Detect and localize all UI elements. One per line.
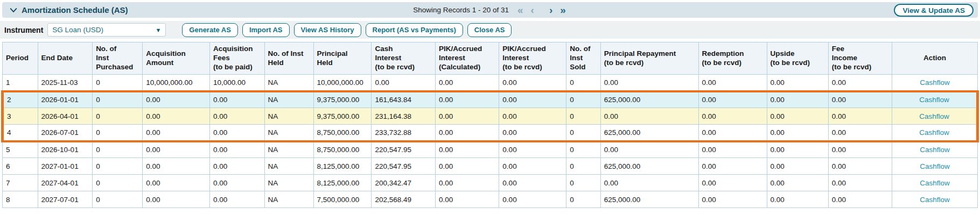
cashflow-link[interactable]: Cashflow [920, 196, 950, 204]
column-header-cash: Cash Interest (to be rcvd) [372, 42, 435, 75]
table-cell: 0.00 [600, 175, 698, 191]
table-cell: 0.00 [499, 141, 566, 158]
table-cell: 0 [566, 175, 600, 191]
table-cell: 9,375,000.00 [313, 91, 372, 108]
column-header-no-of: No. of Inst Purchased [93, 42, 143, 75]
table-cell: 0.00 [828, 191, 892, 208]
table-cell: 220,547.95 [372, 158, 435, 175]
toolbar-button-close-as[interactable]: Close AS [467, 23, 512, 37]
table-cell: 0.00 [210, 141, 265, 158]
table-cell: 0.00 [143, 91, 210, 108]
cashflow-link[interactable]: Cashflow [919, 96, 949, 104]
table-cell: 0.00 [767, 91, 828, 108]
action-cell: Cashflow [892, 91, 978, 108]
table-cell: 0.00 [828, 125, 892, 141]
table-cell: 161,643.84 [372, 91, 435, 108]
table-cell: 0.00 [499, 91, 566, 108]
cashflow-link[interactable]: Cashflow [920, 162, 950, 170]
table-cell: 0 [93, 175, 143, 191]
table-cell: 2027-01-01 [38, 158, 93, 175]
table-cell: 0 [93, 141, 143, 158]
table-cell: 2026-04-01 [38, 108, 93, 125]
toolbar-button-generate-as[interactable]: Generate AS [182, 23, 238, 37]
table-cell: 0.00 [698, 158, 767, 175]
column-header-pik-accrued: PIK/Accrued Interest (to be rcvd) [499, 42, 566, 75]
toolbar-button-report-as-vs-payments[interactable]: Report (AS vs Payments) [366, 23, 463, 37]
instrument-label: Instrument [4, 26, 43, 34]
table-row-period-2[interactable]: 22026-01-0100.000.00NA9,375,000.00161,64… [3, 91, 978, 108]
column-header-redemption: Redemption (to be rcvd) [698, 42, 767, 75]
table-cell: 5 [3, 141, 38, 158]
column-header-no-of: No. of Inst Sold [566, 42, 600, 75]
column-header-pik-accrued: PIK/Accrued Interest (Calculated) [435, 42, 499, 75]
table-cell: 0.00 [600, 108, 698, 125]
view-update-as-button[interactable]: View & Update AS [894, 4, 974, 17]
table-cell: 0.00 [499, 108, 566, 125]
table-row-period-6[interactable]: 62027-01-0100.000.00NA8,125,000.00220,54… [3, 158, 978, 175]
pagination: Showing Records 1 - 20 of 31 « ‹ › » [413, 5, 567, 15]
table-cell: 0.00 [828, 141, 892, 158]
column-header-principal: Principal Held [313, 42, 372, 75]
table-cell: 200,342.47 [372, 175, 435, 191]
table-cell: 0.00 [435, 108, 499, 125]
cashflow-link[interactable]: Cashflow [919, 112, 949, 120]
table-cell: 0.00 [499, 191, 566, 208]
page-title: Amortization Schedule (AS) [22, 5, 128, 15]
collapse-chevron-icon[interactable] [10, 7, 17, 13]
table-cell: 0.00 [828, 158, 892, 175]
cashflow-link[interactable]: Cashflow [920, 179, 950, 187]
table-cell: 0.00 [698, 191, 767, 208]
table-cell: 0 [93, 91, 143, 108]
toolbar-button-import-as[interactable]: Import AS [242, 23, 290, 37]
table-cell: 0.00 [828, 175, 892, 191]
last-page-icon[interactable]: » [559, 5, 567, 15]
table-cell: 0 [566, 141, 600, 158]
table-cell: 2 [3, 91, 38, 108]
toolbar-button-view-as-history[interactable]: View AS History [294, 23, 361, 37]
column-header-fee: Fee Income (to be rcvd) [828, 42, 892, 75]
cashflow-link[interactable]: Cashflow [920, 78, 950, 87]
first-page-icon[interactable]: « [516, 5, 524, 15]
table-row-period-4[interactable]: 42026-07-0100.000.00NA8,750,000.00233,73… [3, 125, 978, 141]
table-row-period-8[interactable]: 82027-07-0100.000.00NA7,500,000.00202,56… [3, 191, 978, 208]
table-cell: 0.00 [767, 125, 828, 141]
prev-page-icon[interactable]: ‹ [530, 5, 535, 15]
table-cell: 0.00 [143, 191, 210, 208]
action-cell: Cashflow [892, 191, 978, 208]
table-cell: 0.00 [435, 141, 499, 158]
chevron-down-icon: ▼ [155, 27, 161, 33]
instrument-dropdown[interactable]: SG Loan (USD) ▼ [47, 23, 166, 37]
table-cell: 0.00 [435, 91, 499, 108]
table-cell: 10,000,000.00 [313, 75, 372, 91]
table-cell: 0 [93, 75, 143, 91]
column-header-acquisition: Acquisition Amount [143, 42, 210, 75]
table-row-period-7[interactable]: 72027-04-0100.000.00NA8,125,000.00200,34… [3, 175, 978, 191]
table-cell: 0 [566, 75, 600, 91]
table-row-period-3[interactable]: 32026-04-0100.000.00NA9,375,000.00231,16… [3, 108, 978, 125]
table-cell: 0.00 [767, 141, 828, 158]
cashflow-link[interactable]: Cashflow [920, 146, 950, 154]
toolbar: Instrument SG Loan (USD) ▼ Generate ASIm… [0, 21, 980, 39]
table-cell: 8,750,000.00 [313, 125, 372, 141]
table-cell: 2026-01-01 [38, 91, 93, 108]
column-header-principal-repayment: Principal Repayment (to be rcvd) [600, 42, 698, 75]
panel-title-group: Amortization Schedule (AS) [5, 5, 128, 15]
table-cell: 0.00 [210, 125, 265, 141]
toolbar-buttons: Generate ASImport ASView AS HistoryRepor… [176, 23, 512, 37]
table-row-period-5[interactable]: 52026-10-0100.000.00NA8,750,000.00220,54… [3, 141, 978, 158]
records-status: Showing Records 1 - 20 of 31 [413, 6, 509, 14]
table-row-period-1[interactable]: 12025-11-03010,000,000.0010,000.00NA10,0… [3, 75, 978, 91]
table-cell: 8,125,000.00 [313, 175, 372, 191]
table-cell: 0.00 [767, 75, 828, 91]
column-header-upside: Upside (to be rcvd) [767, 42, 828, 75]
table-cell: 0.00 [767, 158, 828, 175]
table-cell: 0.00 [143, 158, 210, 175]
table-cell: 0.00 [698, 141, 767, 158]
next-page-icon[interactable]: › [548, 5, 554, 15]
table-cell: NA [264, 108, 313, 125]
table-cell: 0.00 [698, 75, 767, 91]
table-cell: 0 [566, 191, 600, 208]
table-cell: 0.00 [210, 191, 265, 208]
table-cell: 0.00 [435, 191, 499, 208]
cashflow-link[interactable]: Cashflow [919, 128, 949, 137]
